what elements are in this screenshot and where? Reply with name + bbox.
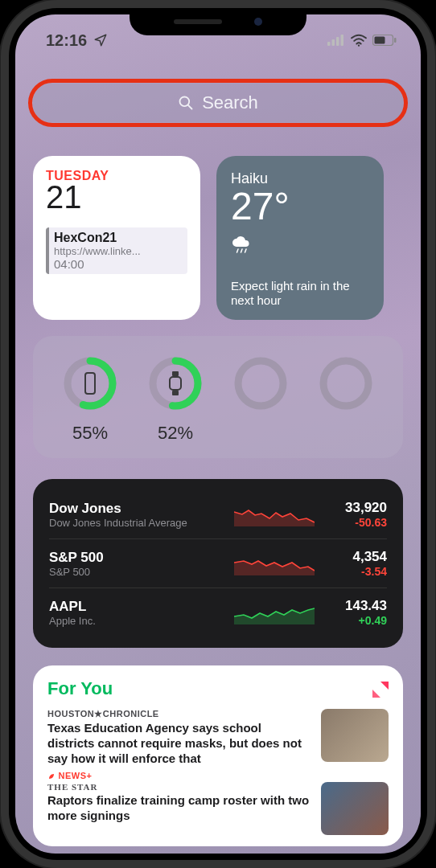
battery-percent: 52% bbox=[158, 423, 193, 444]
screen: 12:16 bbox=[15, 14, 421, 854]
news-headline: Raptors finalize training camp roster wi… bbox=[47, 793, 311, 824]
news-plus-badge: News+ bbox=[47, 771, 389, 780]
stock-change: -50.63 bbox=[315, 516, 387, 529]
battery-percent: 55% bbox=[72, 423, 108, 444]
svg-rect-2 bbox=[336, 37, 339, 46]
event-time: 04:00 bbox=[54, 257, 183, 271]
search-icon bbox=[178, 95, 194, 111]
stock-row: Dow Jones Dow Jones Industrial Average 3… bbox=[49, 490, 387, 539]
battery-item-watch: 52% bbox=[141, 355, 210, 444]
search-placeholder: Search bbox=[202, 92, 258, 113]
svg-rect-6 bbox=[394, 38, 397, 43]
stock-subtitle: Dow Jones Industrial Average bbox=[49, 517, 234, 529]
signal-icon bbox=[327, 35, 345, 46]
news-source: HOUSTON★CHRONICLE bbox=[47, 709, 311, 719]
stock-change: +0.49 bbox=[315, 614, 387, 627]
news-item: THE STAR Raptors finalize training camp … bbox=[47, 780, 389, 840]
news-headline: Texas Education Agency says school distr… bbox=[47, 721, 311, 766]
news-widget[interactable]: For You HOUSTON★CHRONICLE Texas Educatio… bbox=[33, 665, 403, 846]
weather-widget[interactable]: Haiku 27° Expect light rain in the next … bbox=[216, 156, 384, 320]
event-title: HexCon21 bbox=[54, 231, 183, 245]
stock-name: Dow Jones bbox=[49, 501, 234, 517]
weather-temp: 27° bbox=[231, 187, 369, 226]
search-field[interactable]: Search bbox=[33, 84, 403, 122]
stock-subtitle: Apple Inc. bbox=[49, 615, 234, 627]
stock-change: -3.54 bbox=[315, 565, 387, 578]
battery-item-empty bbox=[311, 355, 380, 444]
svg-rect-7 bbox=[375, 37, 385, 44]
stock-name: AAPL bbox=[49, 599, 234, 615]
svg-line-10 bbox=[237, 249, 239, 252]
battery-icon bbox=[372, 35, 397, 46]
svg-line-9 bbox=[188, 105, 192, 109]
battery-item-empty bbox=[226, 355, 295, 444]
stocks-widget[interactable]: Dow Jones Dow Jones Industrial Average 3… bbox=[33, 479, 403, 648]
stock-name: S&P 500 bbox=[49, 550, 234, 566]
news-source: THE STAR bbox=[47, 782, 311, 792]
sparkline-icon bbox=[234, 600, 315, 624]
svg-rect-0 bbox=[327, 42, 331, 46]
news-item: HOUSTON★CHRONICLE Texas Education Agency… bbox=[47, 704, 389, 771]
stock-value: 33,920 bbox=[315, 500, 387, 516]
news-header: For You bbox=[47, 678, 113, 699]
svg-point-4 bbox=[358, 45, 360, 47]
event-link: https://www.linke... bbox=[54, 245, 183, 257]
svg-point-22 bbox=[323, 361, 368, 406]
calendar-date: 21 bbox=[46, 181, 187, 213]
svg-line-11 bbox=[241, 249, 243, 252]
svg-rect-18 bbox=[170, 377, 181, 390]
svg-rect-19 bbox=[172, 371, 179, 376]
widget-row-small: TUESDAY 21 HexCon21 https://www.linke...… bbox=[33, 156, 403, 320]
stock-value: 4,354 bbox=[315, 549, 387, 565]
svg-rect-1 bbox=[332, 39, 335, 46]
svg-line-12 bbox=[245, 249, 247, 252]
location-arrow-icon bbox=[93, 33, 108, 47]
battery-item-iphone: 55% bbox=[56, 355, 125, 444]
phone-frame: 12:16 bbox=[9, 8, 427, 860]
news-thumbnail bbox=[321, 709, 389, 762]
weather-description: Expect light rain in the next hour bbox=[231, 279, 369, 309]
rain-cloud-icon bbox=[231, 235, 369, 256]
svg-rect-20 bbox=[172, 391, 179, 395]
svg-rect-3 bbox=[341, 35, 344, 46]
status-time: 12:16 bbox=[46, 31, 87, 50]
calendar-widget[interactable]: TUESDAY 21 HexCon21 https://www.linke...… bbox=[33, 156, 200, 320]
stock-row: AAPL Apple Inc. 143.43 +0.49 bbox=[49, 588, 387, 637]
news-thumbnail bbox=[321, 782, 389, 835]
calendar-event: HexCon21 https://www.linke... 04:00 bbox=[46, 227, 187, 274]
svg-rect-15 bbox=[85, 373, 95, 394]
search-wrap: Search bbox=[33, 84, 403, 122]
notch bbox=[130, 8, 306, 35]
stock-row: S&P 500 S&P 500 4,354 -3.54 bbox=[49, 539, 387, 588]
svg-point-21 bbox=[238, 361, 283, 406]
stock-value: 143.43 bbox=[315, 598, 387, 614]
sparkline-icon bbox=[234, 551, 315, 575]
apple-news-icon bbox=[371, 680, 389, 698]
stock-subtitle: S&P 500 bbox=[49, 566, 234, 578]
batteries-widget[interactable]: 55% 52% bbox=[33, 336, 403, 458]
wifi-icon bbox=[350, 34, 368, 47]
sparkline-icon bbox=[234, 502, 315, 526]
